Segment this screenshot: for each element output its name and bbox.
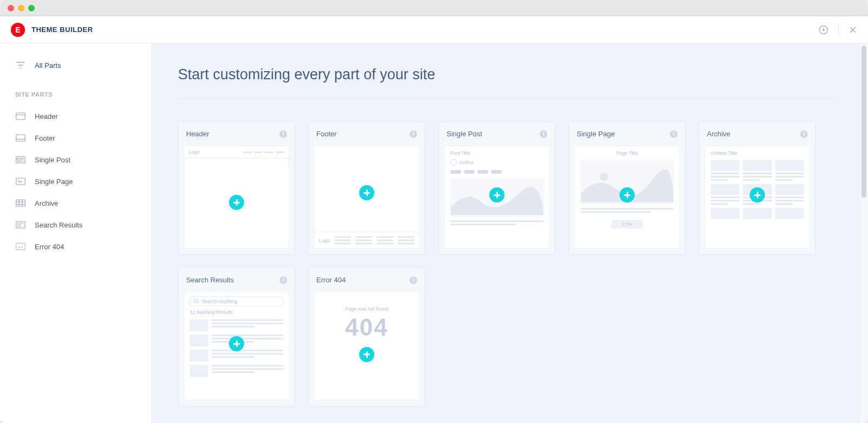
sidebar-item-label: Archive [35, 199, 58, 207]
info-icon[interactable]: i [279, 276, 287, 284]
card-label: Single Page [577, 130, 615, 138]
card-preview: Archive Title [705, 146, 810, 249]
card-header[interactable]: Header i Logo [178, 122, 295, 255]
add-button[interactable] [229, 195, 244, 210]
window-close-button[interactable] [8, 5, 14, 11]
add-button[interactable] [620, 187, 635, 203]
svg-point-12 [600, 173, 608, 181]
parts-grid: Header i Logo [178, 122, 834, 406]
sidebar-item-archive[interactable]: Archive [0, 192, 151, 214]
svg-rect-5 [16, 200, 25, 206]
sidebar-item-error-404[interactable]: 404 Error 404 [0, 236, 151, 257]
wf-archive-title: Archive Title [711, 150, 804, 156]
info-icon[interactable]: i [279, 130, 287, 138]
sidebar-item-label: Single Page [35, 178, 73, 186]
sidebar-heading: SITE PARTS [0, 76, 151, 105]
wf-results-count: 12 Maching Results [190, 310, 283, 315]
wf-cta: CTA [611, 220, 642, 229]
svg-point-13 [194, 299, 197, 302]
sidebar: All Parts SITE PARTS Header Footer Sing [0, 43, 152, 423]
wf-404-code: 404 [315, 314, 419, 341]
download-icon[interactable] [819, 25, 828, 35]
sidebar-item-single-page[interactable]: Single Page [0, 171, 151, 192]
sidebar-item-search-results[interactable]: Search Results [0, 214, 151, 236]
divider [838, 23, 839, 36]
single-post-icon [15, 155, 26, 164]
svg-point-10 [467, 196, 474, 203]
wf-search-placeholder: Search Anything [202, 299, 238, 304]
svg-rect-1 [16, 113, 25, 119]
top-bar: E THEME BUILDER [0, 16, 868, 43]
info-icon[interactable]: i [410, 130, 417, 138]
card-footer[interactable]: Footer i Logo [308, 122, 425, 255]
card-label: Error 404 [316, 276, 346, 284]
card-label: Search Results [186, 276, 234, 284]
filter-icon [15, 61, 26, 70]
info-icon[interactable]: i [670, 130, 678, 138]
sidebar-item-label: Search Results [35, 221, 82, 229]
app-title: THEME BUILDER [31, 26, 93, 34]
sidebar-item-label: Single Post [35, 156, 71, 164]
card-preview: Page Title CT [575, 146, 680, 249]
card-archive[interactable]: Archive i Archive Title [699, 122, 816, 255]
scrollbar-thumb[interactable] [861, 46, 866, 198]
add-button[interactable] [750, 187, 765, 203]
sidebar-item-label: Footer [35, 134, 55, 142]
wf-logo-label: Logo [319, 238, 330, 243]
archive-icon [15, 199, 26, 207]
card-search-results[interactable]: Search Results i Search Anything 12 Mach… [178, 268, 295, 406]
card-preview: Logo [184, 146, 289, 249]
sidebar-item-label: Header [35, 112, 58, 121]
wf-author: Author [459, 160, 474, 165]
header-layout-icon [15, 112, 26, 121]
search-results-icon [15, 220, 26, 229]
card-label: Single Post [446, 130, 482, 138]
page-title: Start customizing every part of your sit… [178, 66, 834, 99]
info-icon[interactable]: i [800, 130, 808, 138]
main-area: Start customizing every part of your sit… [152, 43, 868, 423]
card-single-post[interactable]: Single Post i Post Title Author [438, 122, 556, 255]
wf-logo-label: Logo [189, 149, 200, 155]
card-preview: Logo [314, 146, 419, 249]
sidebar-item-all-parts[interactable]: All Parts [0, 54, 151, 76]
svg-rect-2 [16, 135, 25, 141]
sidebar-item-single-post[interactable]: Single Post [0, 149, 151, 171]
card-preview: Search Anything 12 Maching Results [184, 292, 289, 400]
sidebar-item-header[interactable]: Header [0, 105, 151, 127]
footer-layout-icon [15, 134, 26, 142]
wf-404-message: Page was not found [315, 306, 419, 312]
add-button[interactable] [489, 187, 505, 203]
info-icon[interactable]: i [540, 130, 547, 138]
window-minimize-button[interactable] [18, 5, 24, 11]
sidebar-item-footer[interactable]: Footer [0, 127, 151, 149]
scrollbar[interactable] [860, 43, 868, 423]
card-error-404[interactable]: Error 404 i Page was not found 404 [308, 268, 425, 406]
window-maximize-button[interactable] [28, 5, 35, 11]
svg-text:404: 404 [18, 245, 23, 249]
card-label: Footer [316, 130, 337, 138]
card-preview: Post Title Author [444, 146, 550, 249]
window-titlebar [0, 0, 868, 16]
wf-post-title: Post Title [450, 150, 544, 156]
card-preview: Page was not found 404 [314, 292, 419, 400]
single-page-icon [15, 177, 26, 186]
wf-page-title: Page Title [580, 150, 674, 156]
card-single-page[interactable]: Single Page i Page Title [569, 122, 686, 255]
elementor-logo-icon: E [11, 23, 25, 37]
sidebar-item-label: Error 404 [35, 243, 64, 251]
add-button[interactable] [359, 185, 374, 200]
info-icon[interactable]: i [410, 276, 417, 284]
close-icon[interactable] [848, 26, 857, 34]
add-button[interactable] [229, 336, 244, 351]
sidebar-item-label: All Parts [35, 61, 61, 70]
card-label: Archive [707, 130, 730, 138]
add-button[interactable] [359, 347, 374, 362]
card-label: Header [186, 130, 209, 138]
error-404-icon: 404 [15, 242, 26, 251]
